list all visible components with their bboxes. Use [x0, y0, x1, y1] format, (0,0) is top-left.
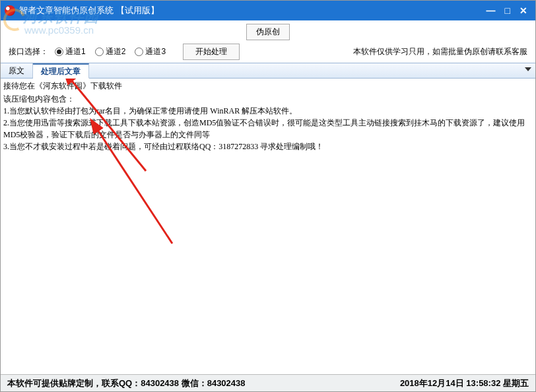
titlebar: 智者文章智能伪原创系统 【试用版】 — □ ✕	[1, 1, 535, 20]
radio-channel2[interactable]: 通道2	[95, 46, 126, 57]
toolbar-top: 伪原创	[1, 20, 535, 40]
tab-bar: 原文 处理后文章	[1, 63, 535, 79]
tab-processed[interactable]: 处理后文章	[33, 63, 89, 79]
content-item2: 2.当您使用迅雷等搜索源式下载工具下载本站资源，创造MD5值验证不合错误时，很可…	[3, 117, 533, 141]
toolbar-options: 接口选择： 通道1 通道2 通道3 开始处理 本软件仅供学习只用，如需批量伪原创…	[1, 40, 535, 63]
fake-original-button[interactable]: 伪原创	[246, 24, 290, 40]
tab-dropdown-icon[interactable]	[525, 67, 531, 71]
notice-text: 本软件仅供学习只用，如需批量伪原创请联系客服	[353, 46, 527, 57]
radio-channel1[interactable]: 通道1	[55, 46, 86, 57]
window-title: 智者文章智能伪原创系统 【试用版】	[19, 5, 159, 16]
interface-label: 接口选择：	[9, 46, 48, 57]
close-button[interactable]: ✕	[519, 5, 527, 16]
window-controls: — □ ✕	[486, 1, 533, 20]
start-process-button[interactable]: 开始处理	[183, 44, 240, 60]
content-item3: 3.当您不才载安装过程中若是碰着问题，可经由过程联络QQ：3187272833 …	[3, 141, 533, 152]
content-area[interactable]: 接待您在《河东软件园》下载软件 该压缩包内容包含： 1.当您默认软件经由打包为r…	[1, 79, 535, 369]
app-icon	[5, 5, 15, 16]
content-greeting: 接待您在《河东软件园》下载软件	[3, 80, 533, 92]
status-datetime: 2018年12月14日 13:58:32 星期五	[400, 377, 529, 389]
radio-channel3[interactable]: 通道3	[135, 46, 166, 57]
radio-icon	[55, 48, 63, 56]
radio-icon	[95, 48, 104, 56]
minimize-button[interactable]: —	[486, 5, 496, 16]
radio-icon	[135, 48, 143, 56]
status-contact: 本软件可提供贴牌定制，联系QQ：84302438 微信：84302438	[7, 377, 246, 389]
channel-radio-group: 通道1 通道2 通道3	[55, 46, 166, 57]
tab-original[interactable]: 原文	[1, 63, 33, 78]
maximize-button[interactable]: □	[505, 5, 510, 16]
statusbar: 本软件可提供贴牌定制，联系QQ：84302438 微信：84302438 201…	[1, 374, 535, 391]
content-item1: 1.当您默认软件经由打包为rar名目，为确保正常使用请使用 WinRAR 解压本…	[3, 105, 533, 117]
content-intro: 该压缩包内容包含：	[3, 93, 533, 105]
